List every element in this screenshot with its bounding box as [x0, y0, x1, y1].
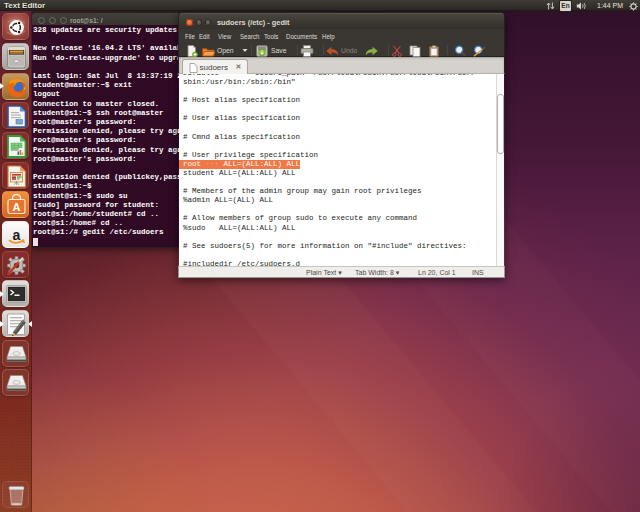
svg-text:A: A: [13, 201, 21, 213]
svg-text:a: a: [13, 227, 21, 243]
